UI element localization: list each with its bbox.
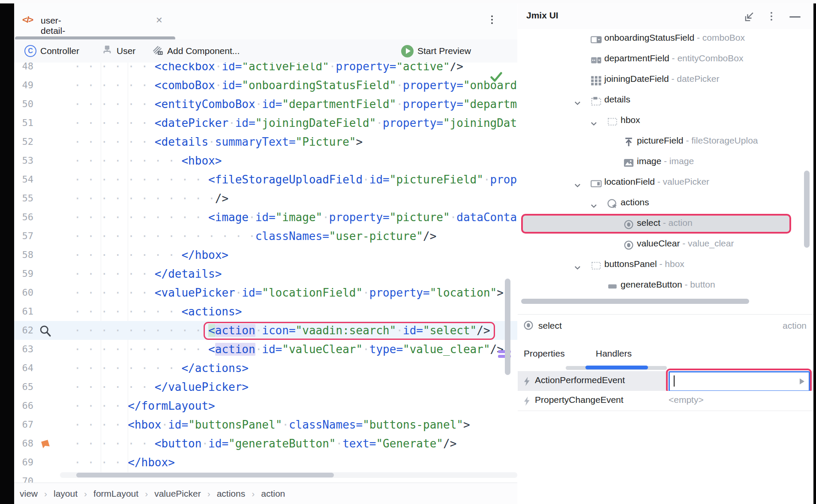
tab-handlers[interactable]: Handlers	[596, 348, 632, 359]
divider	[518, 411, 813, 411]
code-line-69[interactable]: 69· · · · </hbox>	[14, 453, 517, 472]
code-line-62[interactable]: 62· · · · · · · · · · <action·icon="vaad…	[14, 321, 517, 340]
code-line-48[interactable]: 48· · · · · · <checkbox·id="activeField"…	[14, 63, 517, 76]
tree-item-generateButton[interactable]: generateButton - button	[518, 276, 813, 295]
chevron-down-icon[interactable]	[591, 118, 597, 128]
code-line-54[interactable]: 54· · · · · · · · · · <fileStorageUpload…	[14, 170, 517, 189]
code-line-64[interactable]: 64· · · · · · · · </actions>	[14, 359, 517, 378]
code-line-65[interactable]: 65· · · · · · </valuePicker>	[14, 378, 517, 396]
code-line-58[interactable]: 58· · · · · · · · </hbox>	[14, 246, 517, 264]
line-number: 70	[14, 472, 33, 483]
line-number: 67	[14, 415, 33, 434]
chevron-down-icon[interactable]	[574, 97, 581, 108]
chevron-down-icon[interactable]	[574, 180, 581, 190]
tree-item-actions[interactable]: actions	[518, 193, 813, 213]
entity-user-button[interactable]: User	[102, 39, 135, 63]
editor-horizontal-scrollbar[interactable]	[76, 473, 334, 477]
line-number: 63	[14, 340, 33, 359]
code-line-59[interactable]: 59· · · · · · </details>	[14, 264, 517, 283]
breadcrumb-item-actions[interactable]: actions	[217, 489, 246, 499]
valuepicker-icon	[591, 178, 602, 191]
line-number: 50	[14, 95, 33, 114]
tree-item-joiningDateField[interactable]: joiningDateField - datePicker	[518, 70, 813, 90]
tree-item-label: buttonsPanel - hbox	[604, 259, 684, 269]
divider	[518, 314, 813, 315]
tree-item-onboardingStatusField[interactable]: onboardingStatusField - comboBox	[518, 29, 813, 48]
tree-item-departmentField[interactable]: departmentField - entityComboBox	[518, 49, 813, 69]
code-line-66[interactable]: 66· · · · </formLayout>	[14, 396, 517, 415]
tree-item-buttonsPanel[interactable]: buttonsPanel - hbox	[518, 255, 813, 275]
breadcrumb-item-view[interactable]: view	[20, 489, 38, 499]
code-text: · · · · <hbox·id="buttonsPanel"·classNam…	[74, 415, 470, 434]
expand-arrow-icon[interactable]	[800, 378, 804, 384]
tree-item-hbox[interactable]: hbox	[518, 111, 813, 131]
tree-item-valueClear[interactable]: valueClear - value_clear	[518, 234, 813, 254]
minimize-panel-icon[interactable]	[789, 16, 801, 18]
tree-item-select[interactable]: select - action	[518, 214, 813, 234]
actions-icon	[607, 198, 618, 212]
code-line-52[interactable]: 52· · · · · · <details·summaryText="Pict…	[14, 132, 517, 151]
chevron-down-icon[interactable]	[574, 262, 581, 272]
code-line-61[interactable]: 61· · · · · · · · <actions>	[14, 302, 517, 321]
entitycombobox-icon	[591, 54, 602, 68]
controller-icon: C	[24, 45, 36, 57]
tab-close-icon[interactable]: ✕	[156, 15, 163, 25]
inspector-selected-name: select	[538, 321, 562, 331]
line-number: 51	[14, 114, 33, 132]
tree-item-locationField[interactable]: locationField - valuePicker	[518, 173, 813, 192]
handler-value-empty[interactable]: <empty>	[669, 395, 704, 405]
tree-horizontal-scrollbar[interactable]	[521, 299, 749, 304]
handler-event-name: ActionPerformedEvent	[535, 375, 625, 385]
code-line-67[interactable]: 67· · · · <hbox·id="buttonsPanel"·classN…	[14, 415, 517, 434]
code-line-53[interactable]: 53· · · · · · · · <hbox>	[14, 151, 517, 170]
code-line-60[interactable]: 60· · · · · · <valuePicker·id="locationF…	[14, 283, 517, 302]
play-icon	[401, 45, 414, 57]
code-line-55[interactable]: 55· · · · · · · · · · ·/>	[14, 189, 517, 208]
code-text: · · · · · · · · · · <fileStorageUploadFi…	[74, 170, 517, 189]
handler-value-input[interactable]	[669, 371, 810, 392]
code-line-57[interactable]: 57· · · · · · · · · · · · · ·classNames=…	[14, 227, 517, 246]
code-text: · · · · · · <datePicker·id="joiningDateF…	[74, 114, 517, 132]
code-text: · · · · · · · · <actions>	[74, 302, 242, 321]
tree-item-details[interactable]: details	[518, 90, 813, 110]
breadcrumb-item-layout[interactable]: layout	[54, 489, 78, 499]
line-number: 64	[14, 359, 33, 378]
editor-options-kebab-icon[interactable]	[491, 14, 493, 26]
code-text: · · · · · · <entityComboBox·id="departme…	[74, 95, 517, 114]
code-line-68[interactable]: 68· · · · · · <button·id="generateButton…	[14, 434, 517, 453]
chevron-down-icon[interactable]	[591, 200, 597, 210]
tree-vertical-scrollbar[interactable]	[804, 171, 810, 248]
dock-window-icon[interactable]	[744, 11, 755, 24]
controller-button[interactable]: C Controller	[24, 39, 79, 63]
action-icon	[523, 320, 534, 333]
line-number: 49	[14, 76, 33, 95]
add-component-button[interactable]: Add Component...	[152, 39, 240, 63]
handler-row-action-performed[interactable]: ActionPerformedEvent	[518, 371, 813, 391]
code-line-50[interactable]: 50· · · · · · <entityComboBox·id="depart…	[14, 95, 517, 114]
handler-row-property-change[interactable]: PropertyChangeEvent <empty>	[518, 391, 813, 411]
breadcrumb-item-action[interactable]: action	[261, 489, 285, 499]
inspections-ok-check-icon[interactable]	[489, 69, 504, 84]
code-editor[interactable]: 48· · · · · · <checkbox·id="activeField"…	[14, 63, 517, 483]
start-preview-button[interactable]: Start Preview	[401, 39, 471, 63]
tree-item-label: valueClear - value_clear	[637, 238, 734, 249]
line-number: 68	[14, 434, 33, 453]
breadcrumb-separator-icon: ›	[207, 489, 210, 499]
handler-event-name: PropertyChangeEvent	[535, 395, 624, 405]
code-line-51[interactable]: 51· · · · · · <datePicker·id="joiningDat…	[14, 114, 517, 132]
editor-vertical-scrollbar[interactable]	[505, 279, 510, 375]
code-line-63[interactable]: 63· · · · · · · · · · <action·id="valueC…	[14, 340, 517, 359]
code-line-49[interactable]: 49· · · · · · <comboBox·id="onboardingSt…	[14, 76, 517, 95]
editor-tab-bar: </> user-detail-view.xml ✕	[14, 3, 517, 40]
entity-icon	[102, 45, 113, 58]
breadcrumb: view›layout›formLayout›valuePicker›actio…	[14, 483, 517, 504]
panel-options-kebab-icon[interactable]	[771, 10, 772, 22]
entity-label: User	[117, 46, 135, 56]
tab-properties[interactable]: Properties	[524, 348, 565, 359]
line-number: 69	[14, 453, 33, 472]
code-line-56[interactable]: 56· · · · · · · · · · <image·id="image"·…	[14, 208, 517, 227]
tree-item-image[interactable]: image - image	[518, 152, 813, 172]
breadcrumb-item-valuePicker[interactable]: valuePicker	[154, 489, 201, 499]
breadcrumb-item-formLayout[interactable]: formLayout	[93, 489, 138, 499]
tree-item-pictureField[interactable]: pictureField - fileStorageUploa	[518, 132, 813, 151]
